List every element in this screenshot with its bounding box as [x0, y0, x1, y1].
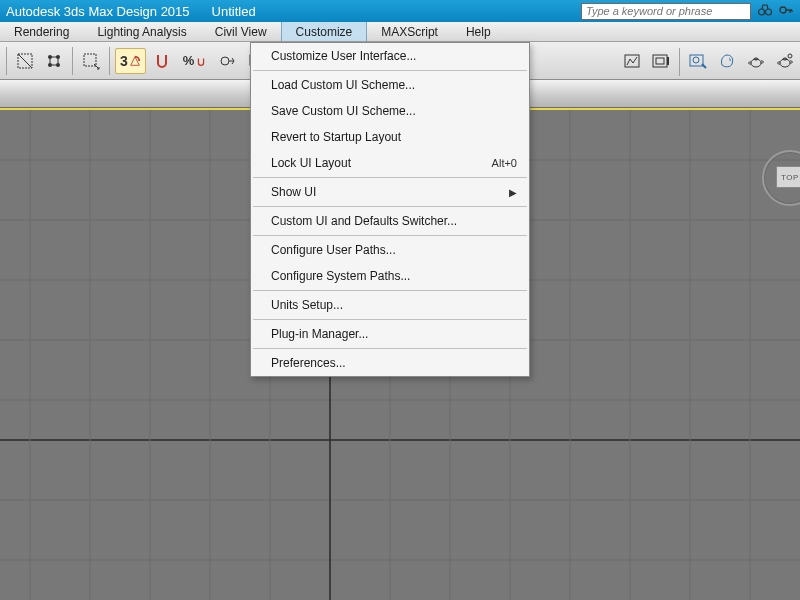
svg-rect-12 [653, 55, 667, 67]
svg-point-1 [766, 9, 772, 15]
dd-label: Configure User Paths... [271, 243, 396, 257]
dd-label: Units Setup... [271, 298, 343, 312]
dd-label: Configure System Paths... [271, 269, 410, 283]
percent-label: % [183, 53, 195, 68]
dd-defaults-switcher[interactable]: Custom UI and Defaults Switcher... [251, 208, 529, 234]
dd-label: Customize User Interface... [271, 49, 416, 63]
selection-region-button[interactable] [78, 48, 104, 74]
dd-label: Show UI [271, 185, 316, 199]
dd-configure-user-paths[interactable]: Configure User Paths... [251, 237, 529, 263]
angle-value: 3 [120, 53, 128, 69]
menu-rendering[interactable]: Rendering [0, 22, 83, 41]
snap-toggle-button[interactable] [149, 48, 175, 74]
svg-rect-14 [667, 57, 669, 65]
dd-load-ui-scheme[interactable]: Load Custom UI Scheme... [251, 72, 529, 98]
dd-separator [253, 177, 527, 178]
teapot-render-last-button[interactable] [772, 48, 798, 74]
dd-revert-layout[interactable]: Revert to Startup Layout [251, 124, 529, 150]
search-box[interactable] [581, 3, 751, 20]
dd-separator [253, 319, 527, 320]
dd-lock-ui-layout[interactable]: Lock UI Layout Alt+0 [251, 150, 529, 176]
dd-label: Plug-in Manager... [271, 327, 368, 341]
menu-bar: Rendering Lighting Analysis Civil View C… [0, 22, 800, 42]
viewcube[interactable]: TOP [762, 150, 800, 206]
search-input[interactable] [586, 5, 746, 17]
app-title: Autodesk 3ds Max Design 2015 [6, 4, 190, 19]
viewcube-face-top[interactable]: TOP [776, 166, 800, 188]
dd-preferences[interactable]: Preferences... [251, 350, 529, 376]
dd-shortcut: Alt+0 [492, 157, 517, 169]
spinner-snap-button[interactable] [215, 48, 241, 74]
render-iterative-button[interactable] [714, 48, 740, 74]
render-setup-button[interactable] [619, 48, 645, 74]
customize-dropdown: Customize User Interface... Load Custom … [250, 42, 530, 377]
svg-point-9 [221, 57, 229, 65]
dd-separator [253, 206, 527, 207]
percent-snap-button[interactable]: % [178, 48, 213, 74]
dd-label: Preferences... [271, 356, 346, 370]
svg-rect-13 [656, 58, 664, 64]
submenu-arrow-icon: ▶ [509, 187, 517, 198]
teapot-quick-render-button[interactable] [743, 48, 769, 74]
key-icon[interactable] [778, 2, 794, 21]
dd-separator [253, 290, 527, 291]
svg-point-2 [780, 7, 786, 13]
dd-label: Save Custom UI Scheme... [271, 104, 416, 118]
dd-plugin-manager[interactable]: Plug-in Manager... [251, 321, 529, 347]
link-button[interactable] [41, 48, 67, 74]
dd-save-ui-scheme[interactable]: Save Custom UI Scheme... [251, 98, 529, 124]
document-title: Untitled [212, 4, 256, 19]
angle-snap-button[interactable]: 3 [115, 48, 146, 74]
svg-point-0 [759, 9, 765, 15]
menu-civil-view[interactable]: Civil View [201, 22, 281, 41]
dd-separator [253, 348, 527, 349]
menu-lighting-analysis[interactable]: Lighting Analysis [83, 22, 200, 41]
render-production-button[interactable] [685, 48, 711, 74]
title-bar: Autodesk 3ds Max Design 2015 Untitled [0, 0, 800, 22]
binoculars-icon[interactable] [757, 2, 773, 21]
dd-label: Revert to Startup Layout [271, 130, 401, 144]
dd-label: Load Custom UI Scheme... [271, 78, 415, 92]
dd-show-ui[interactable]: Show UI ▶ [251, 179, 529, 205]
svg-point-21 [788, 54, 792, 58]
menu-help[interactable]: Help [452, 22, 505, 41]
menu-maxscript[interactable]: MAXScript [367, 22, 452, 41]
dd-configure-system-paths[interactable]: Configure System Paths... [251, 263, 529, 289]
dd-separator [253, 70, 527, 71]
selection-filter-button[interactable] [12, 48, 38, 74]
dd-units-setup[interactable]: Units Setup... [251, 292, 529, 318]
rendered-frame-button[interactable] [648, 48, 674, 74]
dd-label: Custom UI and Defaults Switcher... [271, 214, 457, 228]
dd-label: Lock UI Layout [271, 156, 351, 170]
dd-separator [253, 235, 527, 236]
svg-point-16 [693, 57, 699, 63]
menu-customize[interactable]: Customize [281, 22, 368, 41]
dd-customize-ui[interactable]: Customize User Interface... [251, 43, 529, 69]
